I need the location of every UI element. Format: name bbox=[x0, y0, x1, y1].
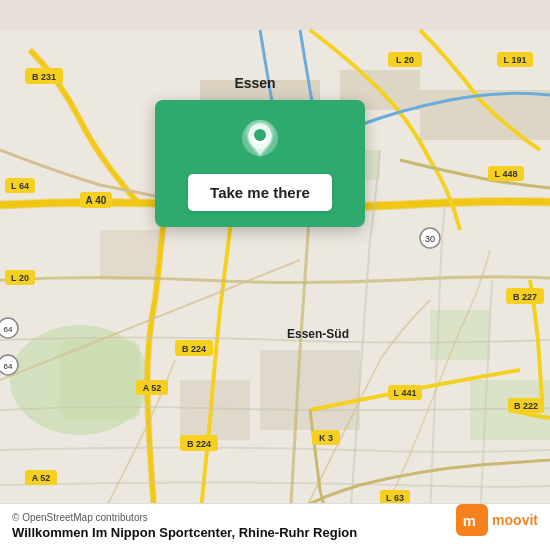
svg-point-57 bbox=[254, 129, 266, 141]
svg-text:B 224: B 224 bbox=[182, 344, 206, 354]
svg-text:K 3: K 3 bbox=[319, 433, 333, 443]
svg-text:L 64: L 64 bbox=[11, 181, 29, 191]
svg-text:L 441: L 441 bbox=[394, 388, 417, 398]
svg-text:B 231: B 231 bbox=[32, 72, 56, 82]
svg-rect-10 bbox=[180, 380, 250, 440]
location-pin-icon bbox=[238, 118, 282, 162]
svg-text:B 227: B 227 bbox=[513, 292, 537, 302]
svg-text:B 224: B 224 bbox=[187, 439, 211, 449]
svg-rect-8 bbox=[420, 90, 550, 140]
map-container: B 231 L 20 L 191 A 40 L 64 A 40 L 448 Es… bbox=[0, 0, 550, 550]
svg-text:64: 64 bbox=[4, 362, 13, 371]
moovit-text: moovit bbox=[492, 512, 538, 528]
svg-text:A 52: A 52 bbox=[32, 473, 51, 483]
svg-text:A 40: A 40 bbox=[86, 195, 107, 206]
svg-text:B 222: B 222 bbox=[514, 401, 538, 411]
moovit-icon: m bbox=[456, 504, 488, 536]
svg-text:A 52: A 52 bbox=[143, 383, 162, 393]
svg-text:L 63: L 63 bbox=[386, 493, 404, 503]
svg-text:L 191: L 191 bbox=[504, 55, 527, 65]
svg-text:m: m bbox=[463, 513, 476, 529]
svg-text:L 448: L 448 bbox=[495, 169, 518, 179]
svg-text:Essen: Essen bbox=[234, 75, 275, 91]
location-card: Take me there bbox=[155, 100, 365, 227]
svg-text:L 20: L 20 bbox=[396, 55, 414, 65]
svg-text:64: 64 bbox=[4, 325, 13, 334]
svg-text:30: 30 bbox=[425, 234, 435, 244]
moovit-logo: m moovit bbox=[456, 504, 538, 536]
svg-text:L 20: L 20 bbox=[11, 273, 29, 283]
take-me-there-button[interactable]: Take me there bbox=[188, 174, 332, 211]
svg-rect-11 bbox=[100, 230, 160, 280]
svg-text:Essen-Süd: Essen-Süd bbox=[287, 327, 349, 341]
